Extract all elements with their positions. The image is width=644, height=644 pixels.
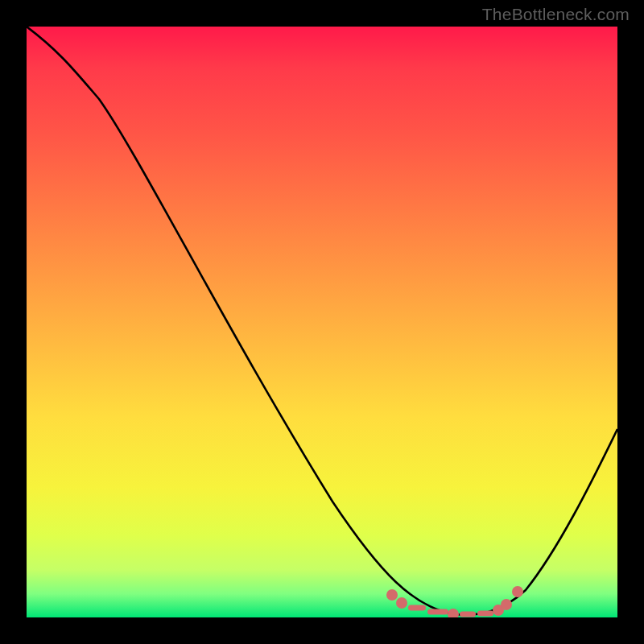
- marker-dash: [477, 611, 493, 617]
- marker-dot: [396, 597, 407, 609]
- marker-dot: [512, 586, 523, 597]
- marker-dash: [427, 609, 448, 615]
- marker-dot: [448, 609, 459, 617]
- plot-area: [27, 27, 617, 617]
- marker-dash: [460, 612, 476, 617]
- marker-dot: [501, 599, 512, 610]
- marker-dash: [408, 605, 426, 611]
- optimal-markers: [27, 27, 617, 617]
- attribution-text: TheBottleneck.com: [482, 5, 630, 24]
- marker-dot: [386, 589, 398, 601]
